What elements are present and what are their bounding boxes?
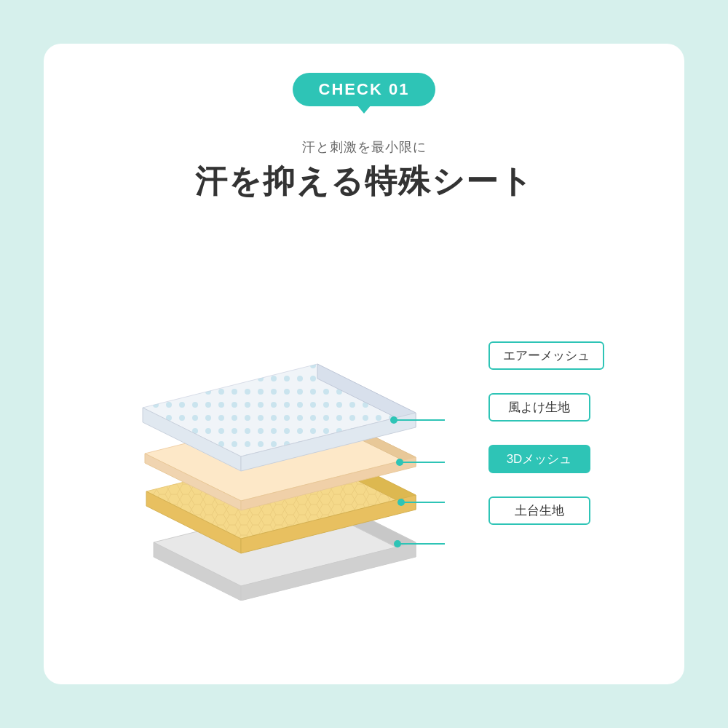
labels-area: エアーメッシュ 風よけ生地 3Dメッシュ 土台生地	[488, 341, 604, 525]
label-row-3d-mesh: 3Dメッシュ	[488, 445, 604, 473]
subtitle: 汗と刺激を最小限に	[302, 138, 427, 156]
main-title: 汗を抑える特殊シート	[195, 160, 534, 203]
badge-container: CHECK 01	[293, 73, 436, 106]
label-3d-mesh: 3Dメッシュ	[488, 445, 590, 473]
label-base-fabric: 土台生地	[488, 496, 590, 525]
layers-diagram	[110, 280, 459, 601]
main-card: CHECK 01 汗と刺激を最小限に 汗を抑える特殊シート	[44, 44, 684, 684]
label-row-air-mesh: エアーメッシュ	[488, 341, 604, 370]
check-badge: CHECK 01	[293, 73, 436, 106]
label-air-mesh: エアーメッシュ	[488, 341, 604, 370]
diagram-area: エアーメッシュ 風よけ生地 3Dメッシュ 土台生地	[73, 218, 655, 662]
label-row-base-fabric: 土台生地	[488, 496, 604, 525]
label-wind-fabric: 風よけ生地	[488, 393, 590, 422]
label-row-wind-fabric: 風よけ生地	[488, 393, 604, 422]
